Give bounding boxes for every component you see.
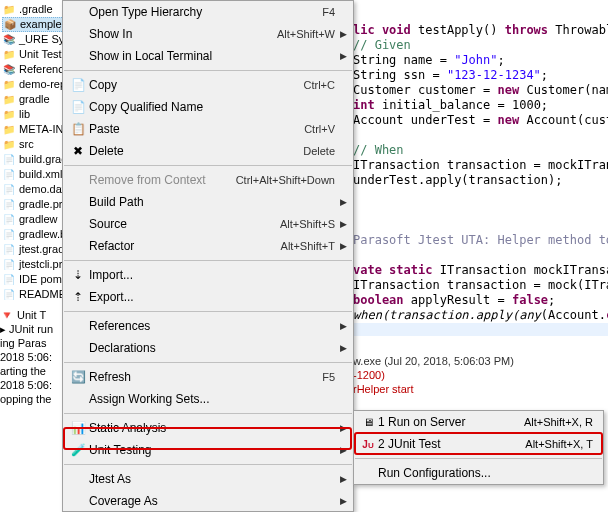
menu-separator [64, 70, 352, 71]
tree-label: src [19, 137, 34, 152]
junit-view[interactable]: 🔻 Unit T ▸ JUnit run ing Paras 2018 5:06… [0, 308, 64, 406]
submenu-arrow-icon: ▶ [340, 219, 347, 229]
menu-item[interactable]: SourceAlt+Shift+S▶ [63, 213, 353, 235]
menu-item[interactable]: Open Type HierarchyF4 [63, 1, 353, 23]
menu-icon: 📋 [67, 122, 89, 136]
submenu-item[interactable]: Run Configurations... [354, 462, 603, 484]
tree-icon: 📦 [3, 18, 17, 32]
menu-item[interactable]: ⇣Import... [63, 264, 353, 286]
tree-icon: 📚 [2, 63, 16, 77]
run-as-submenu: 🖥1 Run on ServerAlt+Shift+X, RJU2 JUnit … [353, 410, 604, 485]
tree-icon: 📁 [2, 48, 16, 62]
menu-label: Copy Qualified Name [89, 100, 335, 114]
menu-item[interactable]: Jtest As▶ [63, 468, 353, 490]
javadoc-comment: Parasoft Jtest UTA: Helper method to gen… [353, 233, 608, 247]
menu-label: Show In [89, 27, 277, 41]
server-icon: 🖥 [358, 416, 378, 428]
menu-label: Open Type Hierarchy [89, 5, 322, 19]
menu-icon: 🔄 [67, 370, 89, 384]
menu-item[interactable]: Coverage As▶ [63, 490, 353, 512]
tree-icon: 📁 [2, 78, 16, 92]
menu-label: Copy [89, 78, 304, 92]
menu-icon: 📊 [67, 421, 89, 435]
menu-separator [64, 362, 352, 363]
tree-label: gradlew [19, 212, 58, 227]
tree-icon: 📄 [2, 168, 16, 182]
menu-label: Remove from Context [89, 173, 236, 187]
tree-icon: 📁 [2, 138, 16, 152]
menu-icon: 🧪 [67, 443, 89, 457]
menu-icon: 📄 [67, 78, 89, 92]
menu-item[interactable]: RefactorAlt+Shift+T▶ [63, 235, 353, 257]
menu-item[interactable]: ⇡Export... [63, 286, 353, 308]
menu-item[interactable]: Show in Local Terminal▶ [63, 45, 353, 67]
console-view[interactable]: w.exe (Jul 20, 2018, 5:06:03 PM) -1200) … [353, 340, 608, 396]
menu-accel: Ctrl+C [304, 79, 335, 91]
junit-icon: JU [358, 439, 378, 450]
code-editor[interactable]: lic void testApply() throws Throwable { … [353, 0, 608, 336]
menu-accel: F4 [322, 6, 335, 18]
tree-icon: 📁 [2, 3, 16, 17]
submenu-label: 1 Run on Server [378, 415, 524, 429]
tree-icon: 📄 [2, 243, 16, 257]
menu-item[interactable]: Assign Working Sets... [63, 388, 353, 410]
menu-icon: 📄 [67, 100, 89, 114]
menu-accel: Ctrl+Alt+Shift+Down [236, 174, 335, 186]
submenu-item[interactable]: 🖥1 Run on ServerAlt+Shift+X, R [354, 411, 603, 433]
menu-label: Static Analysis [89, 421, 335, 435]
menu-icon: ⇡ [67, 290, 89, 304]
code-comment: // Given [353, 38, 411, 52]
tree-label: example [20, 17, 62, 32]
submenu-label: 2 JUnit Test [378, 437, 525, 451]
menu-label: Paste [89, 122, 304, 136]
menu-separator [64, 165, 352, 166]
tree-icon: 📁 [2, 93, 16, 107]
menu-separator [64, 413, 352, 414]
menu-item: Remove from ContextCtrl+Alt+Shift+Down [63, 169, 353, 191]
submenu-item[interactable]: JU2 JUnit TestAlt+Shift+X, T [354, 433, 603, 455]
menu-accel: Alt+Shift+W [277, 28, 335, 40]
menu-label: Source [89, 217, 280, 231]
submenu-arrow-icon: ▶ [340, 241, 347, 251]
menu-item[interactable]: Declarations▶ [63, 337, 353, 359]
menu-label: Refresh [89, 370, 322, 384]
menu-label: Build Path [89, 195, 335, 209]
menu-label: Export... [89, 290, 335, 304]
submenu-arrow-icon: ▶ [340, 343, 347, 353]
submenu-arrow-icon: ▶ [340, 29, 347, 39]
submenu-arrow-icon: ▶ [340, 445, 347, 455]
menu-separator [355, 458, 602, 459]
menu-separator [64, 260, 352, 261]
submenu-arrow-icon: ▶ [340, 423, 347, 433]
submenu-accel: Alt+Shift+X, R [524, 416, 593, 428]
menu-label: Assign Working Sets... [89, 392, 335, 406]
menu-accel: Ctrl+V [304, 123, 335, 135]
menu-label: Declarations [89, 341, 335, 355]
tree-icon: 📄 [2, 153, 16, 167]
menu-icon: ⇣ [67, 268, 89, 282]
menu-item[interactable]: 📄Copy Qualified Name [63, 96, 353, 118]
menu-label: References [89, 319, 335, 333]
tree-icon: 📁 [2, 108, 16, 122]
tree-icon: 📁 [2, 123, 16, 137]
menu-icon: ✖ [67, 144, 89, 158]
menu-item[interactable]: 🔄RefreshF5 [63, 366, 353, 388]
menu-item[interactable]: ✖DeleteDelete [63, 140, 353, 162]
menu-label: Show in Local Terminal [89, 49, 335, 63]
tree-icon: 📚 [2, 33, 16, 47]
tree-icon: 📄 [2, 183, 16, 197]
menu-item[interactable]: Show InAlt+Shift+W▶ [63, 23, 353, 45]
menu-item[interactable]: 🧪Unit Testing▶ [63, 439, 353, 461]
tree-icon: 📄 [2, 288, 16, 301]
menu-label: Jtest As [89, 472, 335, 486]
menu-item[interactable]: References▶ [63, 315, 353, 337]
menu-item[interactable]: 📊Static Analysis▶ [63, 417, 353, 439]
submenu-arrow-icon: ▶ [340, 321, 347, 331]
submenu-arrow-icon: ▶ [340, 496, 347, 506]
tree-label: .gradle [19, 2, 53, 17]
menu-accel: F5 [322, 371, 335, 383]
menu-item[interactable]: Build Path▶ [63, 191, 353, 213]
menu-item[interactable]: 📄CopyCtrl+C [63, 74, 353, 96]
menu-label: Delete [89, 144, 303, 158]
menu-item[interactable]: 📋PasteCtrl+V [63, 118, 353, 140]
